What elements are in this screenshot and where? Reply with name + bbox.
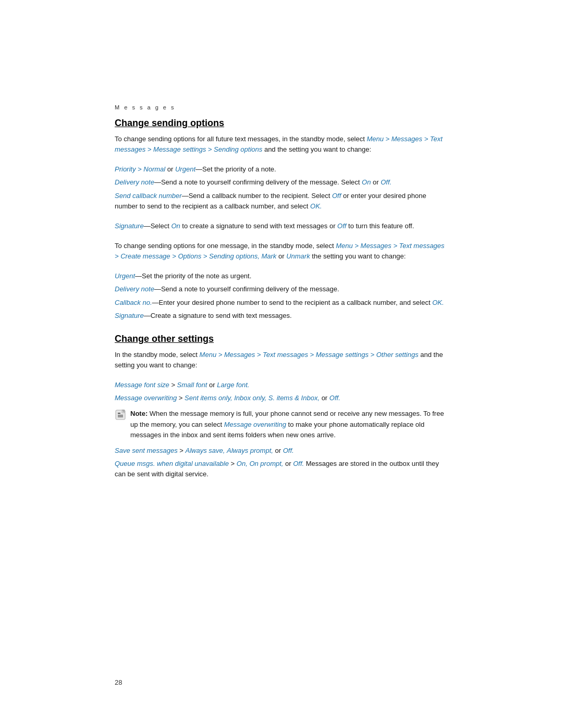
signature-link1: Signature [115, 222, 144, 230]
urgent-link1: Urgent [175, 165, 195, 173]
item3-or: or [273, 447, 283, 454]
section2: Change other settings In the standby mod… [115, 334, 448, 479]
item7-text1: —Enter your desired phone number to send… [152, 299, 433, 306]
message-overwriting-link: Message overwriting [115, 394, 177, 402]
item4-text: > [229, 460, 237, 467]
section2-item1: Message font size > Small font or Large … [115, 380, 448, 390]
callback-no-link: Callback no. [115, 299, 152, 306]
off-link2: Off [332, 192, 341, 200]
item2-text2: or [371, 178, 381, 186]
section2-item3: Save sent messages > Always save, Always… [115, 446, 448, 456]
item3-text1: —Send a callback number to the recipient… [182, 192, 332, 200]
middle-text2: or [276, 252, 286, 260]
section2-item2: Message overwriting > Sent items only, I… [115, 393, 448, 403]
section1-item7: Callback no.—Enter your desired phone nu… [115, 298, 448, 308]
section1-item3: Send callback number—Send a callback num… [115, 191, 448, 212]
note-content: Note: When the message memory is full, y… [130, 409, 448, 440]
section1-heading: Change sending options [115, 118, 448, 129]
item1-text: —Set the priority of a note. [195, 165, 276, 173]
note-box: Note: When the message memory is full, y… [115, 409, 448, 440]
section-label: M e s s a g e s [115, 104, 448, 110]
off-link1: Off. [381, 178, 391, 186]
item4-text3: to turn this feature off. [346, 222, 414, 230]
small-font-link: Small font [177, 381, 207, 389]
svg-rect-2 [118, 415, 123, 416]
inbox-only-link: Inbox only, [234, 394, 266, 402]
section1-item1: Priority > Normal or Urgent—Set the prio… [115, 164, 448, 175]
font-size-link: Message font size [115, 381, 169, 389]
item1-text: > [169, 381, 177, 389]
svg-rect-1 [118, 413, 120, 414]
section1-intro: To change sending options for all future… [115, 134, 448, 155]
sent-items-only-link: Sent items only, [185, 394, 232, 402]
note-overwriting-link: Message overwriting [224, 421, 286, 428]
item3-text: > [178, 447, 186, 454]
on-prompt-link: On prompt, [249, 460, 283, 467]
callback-number-link: Send callback number [115, 192, 182, 200]
svg-rect-3 [118, 416, 123, 417]
item6-text: —Send a note to yourself confirming deli… [154, 285, 339, 293]
note-bold: Note: [130, 410, 148, 417]
item4-or: or [283, 460, 293, 467]
section2-intro-links: Menu > Messages > Text messages > Messag… [200, 351, 419, 359]
section1-item8: Signature—Create a signature to send wit… [115, 311, 448, 321]
item4-text2: to create a signature to send with text … [180, 222, 337, 230]
delivery-note-link2: Delivery note [115, 285, 154, 293]
item5-text: —Set the priority of the note as urgent. [135, 272, 251, 280]
item1-or: or [207, 381, 217, 389]
off-link4: Off. [329, 394, 340, 402]
large-font-link: Large font. [217, 381, 249, 389]
middle-end: the setting you want to change: [310, 252, 406, 260]
item8-text: —Create a signature to send with text me… [144, 312, 292, 319]
section1-intro-end: and the setting you want to change: [262, 145, 371, 153]
on-link1: On [362, 178, 371, 186]
item2-or: or [320, 394, 329, 402]
section1: Change sending options To change sending… [115, 118, 448, 321]
s-items-inbox-link: S. items & Inbox, [268, 394, 320, 402]
item2-text: > [177, 394, 185, 402]
page: M e s s a g e s Change sending options T… [0, 0, 563, 728]
section1-item4: Signature—Select On to create a signatur… [115, 221, 448, 231]
section2-intro: In the standby mode, select Menu > Messa… [115, 350, 448, 371]
section1-intro-text: To change sending options for all future… [115, 135, 366, 143]
item4-text1: —Select [144, 222, 172, 230]
off-link6: Off. [293, 460, 304, 467]
section2-intro-text: In the standby mode, select [115, 351, 200, 359]
section1-item2: Delivery note—Send a note to yourself co… [115, 177, 448, 188]
middle-text: To change sending options for one messag… [115, 242, 336, 250]
note-icon [115, 409, 126, 421]
always-prompt-link: Always prompt, [227, 447, 273, 454]
off-link3: Off [337, 222, 346, 230]
queue-msgs-link: Queue msgs. when digital unavailable [115, 460, 229, 467]
delivery-note-link1: Delivery note [115, 178, 154, 186]
ok-link1: OK. [310, 202, 322, 210]
unmark-link: Unmark [286, 252, 310, 260]
always-save-link: Always save, [186, 447, 225, 454]
page-number: 28 [115, 678, 122, 686]
section1-item6: Delivery note—Send a note to yourself co… [115, 284, 448, 294]
off-link5: Off. [283, 447, 294, 454]
or-text1: or [165, 165, 175, 173]
save-sent-link: Save sent messages [115, 447, 178, 454]
ok-link2: OK. [432, 299, 444, 306]
on-link3: On, [237, 460, 248, 467]
signature-link2: Signature [115, 312, 144, 319]
section1-middle: To change sending options for one messag… [115, 241, 448, 262]
item2-text1: —Send a note to yourself confirming deli… [154, 178, 362, 186]
urgent-link2: Urgent [115, 272, 135, 280]
on-link2: On [171, 222, 180, 230]
section2-item4: Queue msgs. when digital unavailable > O… [115, 459, 448, 479]
section1-item5: Urgent—Set the priority of the note as u… [115, 271, 448, 281]
section2-heading: Change other settings [115, 334, 448, 344]
priority-link: Priority > Normal [115, 165, 165, 173]
